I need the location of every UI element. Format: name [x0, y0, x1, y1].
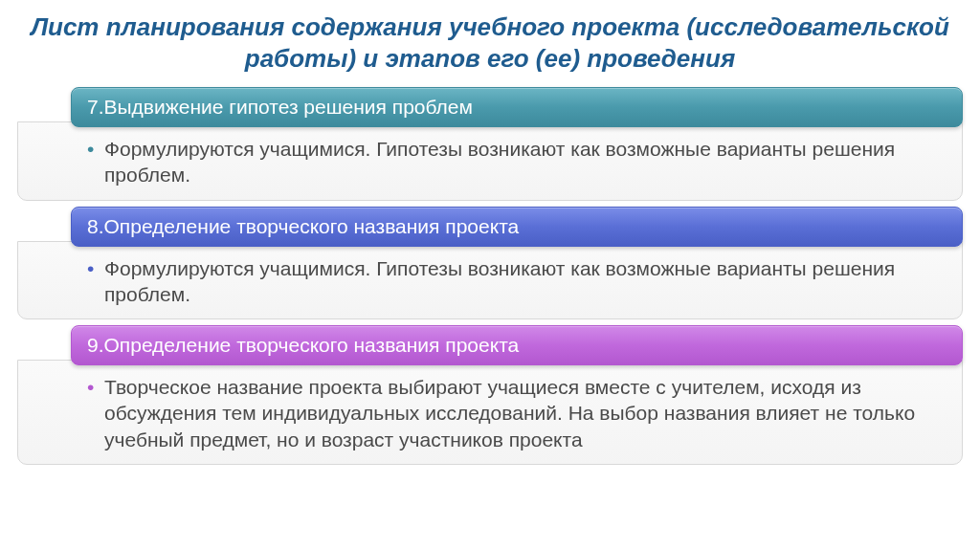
section-8-bullet: Формулируются учащимися. Гипотезы возник…	[87, 255, 943, 308]
slide-title: Лист планирования содержания учебного пр…	[0, 11, 980, 87]
section-7-body: Формулируются учащимися. Гипотезы возник…	[17, 121, 963, 201]
section-8-body: Формулируются учащимися. Гипотезы возник…	[17, 241, 963, 320]
section-7-bullet: Формулируются учащимися. Гипотезы возник…	[87, 136, 943, 188]
section-7: 7.Выдвижение гипотез решения проблем Фор…	[0, 87, 980, 201]
section-9-header: 9.Определение творческого названия проек…	[71, 325, 963, 365]
section-8: 8.Определение творческого названия проек…	[0, 207, 980, 320]
slide-container: Лист планирования содержания учебного пр…	[0, 0, 980, 549]
section-9-body: Творческое название проекта выбирают уча…	[17, 360, 963, 465]
section-9: 9.Определение творческого названия проек…	[0, 325, 980, 465]
section-7-header: 7.Выдвижение гипотез решения проблем	[71, 87, 963, 127]
section-8-header: 8.Определение творческого названия проек…	[71, 207, 963, 247]
section-9-bullet: Творческое название проекта выбирают уча…	[87, 374, 943, 452]
